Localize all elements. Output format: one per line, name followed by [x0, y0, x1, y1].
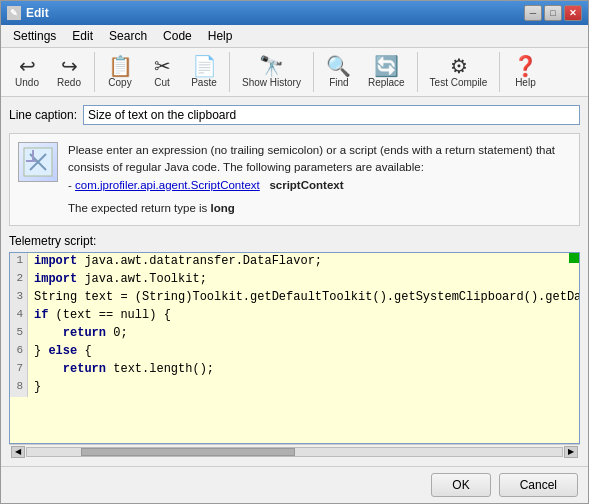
toolbar-separator-2: [229, 52, 230, 92]
content-area: Line caption: Please enter an expression…: [1, 97, 588, 466]
scroll-left-button[interactable]: ◀: [11, 446, 25, 458]
info-param-name: scriptContext: [269, 179, 343, 191]
replace-label: Replace: [368, 77, 405, 88]
menu-settings[interactable]: Settings: [5, 27, 64, 45]
help-icon: ❓: [513, 56, 538, 76]
line-num-2: 2: [10, 271, 28, 289]
line-num-1: 1: [10, 253, 28, 271]
test-compile-label: Test Compile: [430, 77, 488, 88]
copy-icon: 📋: [108, 56, 133, 76]
cut-label: Cut: [154, 77, 170, 88]
line-code-6: } else {: [28, 343, 98, 361]
code-line-2: 2 import java.awt.Toolkit;: [10, 271, 579, 289]
undo-label: Undo: [15, 77, 39, 88]
line-code-3: String text = (String)Toolkit.getDefault…: [28, 289, 580, 307]
title-controls: ─ □ ✕: [524, 5, 582, 21]
test-compile-button[interactable]: ⚙ Test Compile: [423, 52, 495, 92]
replace-button[interactable]: 🔄 Replace: [361, 52, 412, 92]
main-window: ✎ Edit ─ □ ✕ Settings Edit Search Code H…: [0, 0, 589, 504]
scroll-track[interactable]: [26, 447, 563, 457]
menu-help[interactable]: Help: [200, 27, 241, 45]
line-code-5: return 0;: [28, 325, 134, 343]
info-icon: [18, 142, 58, 182]
help-button[interactable]: ❓ Help: [505, 52, 545, 92]
line-caption-label: Line caption:: [9, 108, 77, 122]
line-num-4: 4: [10, 307, 28, 325]
code-line-8: 8 }: [10, 379, 579, 397]
toolbar: ↩ Undo ↪ Redo 📋 Copy ✂ Cut 📄 Paste 🔭 Sho…: [1, 48, 588, 97]
test-compile-icon: ⚙: [450, 56, 468, 76]
title-bar: ✎ Edit ─ □ ✕: [1, 1, 588, 25]
cut-icon: ✂: [154, 56, 171, 76]
line-num-8: 8: [10, 379, 28, 397]
code-status-indicator: [569, 253, 579, 263]
find-button[interactable]: 🔍 Find: [319, 52, 359, 92]
cut-button[interactable]: ✂ Cut: [142, 52, 182, 92]
footer: OK Cancel: [1, 466, 588, 503]
toolbar-separator-1: [94, 52, 95, 92]
line-num-6: 6: [10, 343, 28, 361]
paste-icon: 📄: [192, 56, 217, 76]
info-param-link[interactable]: com.jprofiler.api.agent.ScriptContext: [75, 179, 260, 191]
line-code-2: import java.awt.Toolkit;: [28, 271, 213, 289]
line-caption-input[interactable]: [83, 105, 580, 125]
line-code-4: if (text == null) {: [28, 307, 177, 325]
scroll-thumb[interactable]: [81, 448, 295, 456]
line-num-5: 5: [10, 325, 28, 343]
line-caption-row: Line caption:: [9, 105, 580, 125]
code-line-4: 4 if (text == null) {: [10, 307, 579, 325]
info-return-type: long: [211, 202, 235, 214]
undo-button[interactable]: ↩ Undo: [7, 52, 47, 92]
cancel-button[interactable]: Cancel: [499, 473, 578, 497]
paste-button[interactable]: 📄 Paste: [184, 52, 224, 92]
toolbar-separator-4: [417, 52, 418, 92]
close-button[interactable]: ✕: [564, 5, 582, 21]
show-history-button[interactable]: 🔭 Show History: [235, 52, 308, 92]
menu-search[interactable]: Search: [101, 27, 155, 45]
minimize-button[interactable]: ─: [524, 5, 542, 21]
code-line-6: 6 } else {: [10, 343, 579, 361]
help-label: Help: [515, 77, 536, 88]
code-line-1: 1 import java.awt.datatransfer.DataFlavo…: [10, 253, 579, 271]
svg-rect-4: [32, 150, 34, 160]
toolbar-separator-5: [499, 52, 500, 92]
find-icon: 🔍: [326, 56, 351, 76]
window-title: Edit: [26, 6, 49, 20]
show-history-label: Show History: [242, 77, 301, 88]
undo-icon: ↩: [19, 56, 36, 76]
toolbar-separator-3: [313, 52, 314, 92]
redo-button[interactable]: ↪ Redo: [49, 52, 89, 92]
replace-icon: 🔄: [374, 56, 399, 76]
line-num-3: 3: [10, 289, 28, 307]
line-num-7: 7: [10, 361, 28, 379]
info-return: The expected return type is long: [68, 200, 571, 217]
scroll-right-button[interactable]: ▶: [564, 446, 578, 458]
menu-edit[interactable]: Edit: [64, 27, 101, 45]
title-bar-left: ✎ Edit: [7, 6, 49, 20]
ok-button[interactable]: OK: [431, 473, 490, 497]
paste-label: Paste: [191, 77, 217, 88]
info-return-text: The expected return type is: [68, 202, 211, 214]
svg-rect-3: [26, 160, 36, 162]
line-code-8: }: [28, 379, 47, 397]
line-code-7: return text.length();: [28, 361, 220, 379]
menu-code[interactable]: Code: [155, 27, 200, 45]
code-line-7: 7 return text.length();: [10, 361, 579, 379]
code-area[interactable]: 1 import java.awt.datatransfer.DataFlavo…: [9, 252, 580, 444]
redo-icon: ↪: [61, 56, 78, 76]
copy-label: Copy: [108, 77, 131, 88]
copy-button[interactable]: 📋 Copy: [100, 52, 140, 92]
find-label: Find: [329, 77, 348, 88]
horizontal-scrollbar[interactable]: ◀ ▶: [9, 444, 580, 458]
window-icon: ✎: [7, 6, 21, 20]
script-label: Telemetry script:: [9, 234, 580, 248]
redo-label: Redo: [57, 77, 81, 88]
menu-bar: Settings Edit Search Code Help: [1, 25, 588, 48]
info-param-bullet: -: [68, 179, 75, 191]
info-description: Please enter an expression (no trailing …: [68, 144, 555, 173]
code-line-5: 5 return 0;: [10, 325, 579, 343]
line-code-1: import java.awt.datatransfer.DataFlavor;: [28, 253, 328, 271]
info-box: Please enter an expression (no trailing …: [9, 133, 580, 226]
maximize-button[interactable]: □: [544, 5, 562, 21]
code-line-3: 3 String text = (String)Toolkit.getDefau…: [10, 289, 579, 307]
